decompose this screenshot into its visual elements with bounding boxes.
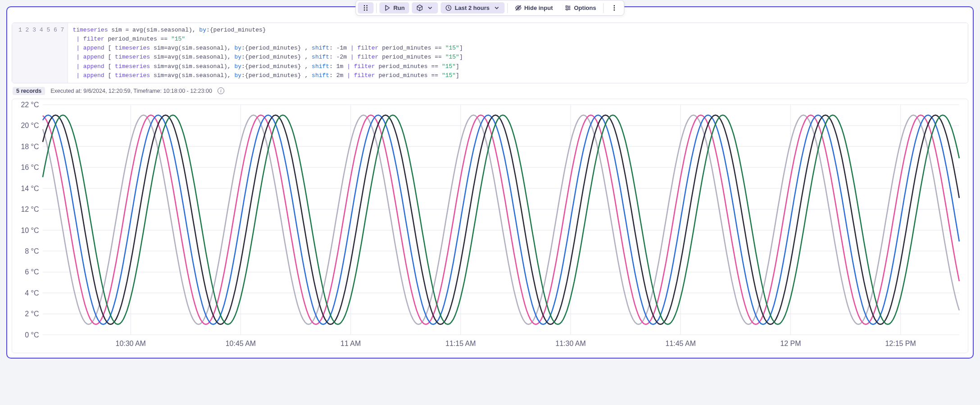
svg-text:8 °C: 8 °C xyxy=(25,247,39,255)
svg-text:6 °C: 6 °C xyxy=(25,268,39,276)
sliders-icon xyxy=(565,5,572,11)
svg-point-12 xyxy=(566,5,567,7)
hide-input-button[interactable]: Hide input xyxy=(510,2,558,14)
grip-icon xyxy=(362,5,369,11)
visualization-button[interactable] xyxy=(412,2,438,14)
clock-icon xyxy=(445,5,452,11)
svg-text:10:30 AM: 10:30 AM xyxy=(116,340,146,347)
svg-point-1 xyxy=(366,5,367,6)
eye-off-icon xyxy=(515,5,522,11)
svg-point-16 xyxy=(614,7,615,9)
svg-point-14 xyxy=(567,9,568,10)
chevron-down-icon xyxy=(427,5,434,11)
svg-text:11:15 AM: 11:15 AM xyxy=(445,340,476,347)
svg-text:10:45 AM: 10:45 AM xyxy=(226,340,256,347)
svg-text:20 °C: 20 °C xyxy=(21,122,39,129)
svg-text:10 °C: 10 °C xyxy=(21,226,39,234)
chevron-down-icon xyxy=(493,5,500,11)
toolbar: Run Last 2 hours Hide input Options xyxy=(355,0,624,16)
run-label: Run xyxy=(393,5,404,11)
info-icon[interactable]: i xyxy=(218,87,224,94)
options-label: Options xyxy=(574,5,596,11)
svg-text:18 °C: 18 °C xyxy=(21,143,39,150)
timeframe-label: Last 2 hours xyxy=(455,5,490,11)
svg-text:14 °C: 14 °C xyxy=(21,184,39,192)
play-icon xyxy=(384,5,390,11)
svg-point-13 xyxy=(568,7,570,9)
code-editor[interactable]: 1 2 3 4 5 6 7 timeseries sim = avg(sim.s… xyxy=(12,23,968,83)
records-badge[interactable]: 5 records xyxy=(13,87,45,95)
more-button[interactable] xyxy=(607,2,622,14)
status-bar: 5 records Executed at: 9/6/2024, 12:20:5… xyxy=(7,83,973,99)
svg-point-17 xyxy=(614,9,615,11)
code-body[interactable]: timeseries sim = avg(sim.seasonal), by:{… xyxy=(68,23,968,83)
svg-point-0 xyxy=(364,5,365,6)
drag-handle[interactable] xyxy=(358,2,373,14)
svg-text:11:45 AM: 11:45 AM xyxy=(666,340,696,347)
timeframe-button[interactable]: Last 2 hours xyxy=(441,2,504,14)
svg-text:11 AM: 11 AM xyxy=(340,340,361,347)
chart-canvas: 0 °C2 °C4 °C6 °C8 °C10 °C12 °C14 °C16 °C… xyxy=(14,101,964,351)
query-panel: Run Last 2 hours Hide input Options 1 2 … xyxy=(6,6,974,359)
svg-text:4 °C: 4 °C xyxy=(25,289,39,297)
separator xyxy=(603,3,604,13)
svg-text:12 °C: 12 °C xyxy=(21,205,39,213)
separator xyxy=(507,3,508,13)
cube-icon xyxy=(417,5,423,11)
hide-input-label: Hide input xyxy=(524,5,553,11)
executed-label: Executed at: 9/6/2024, 12:20:59, Timefra… xyxy=(50,88,212,94)
svg-point-2 xyxy=(364,7,365,8)
chart[interactable]: 0 °C2 °C4 °C6 °C8 °C10 °C12 °C14 °C16 °C… xyxy=(12,99,968,353)
svg-text:12:15 PM: 12:15 PM xyxy=(885,340,916,347)
svg-text:0 °C: 0 °C xyxy=(25,331,39,339)
svg-text:2 °C: 2 °C xyxy=(25,310,39,318)
svg-text:12 PM: 12 PM xyxy=(780,340,801,347)
svg-point-3 xyxy=(366,7,367,8)
svg-point-4 xyxy=(364,9,365,10)
line-gutter: 1 2 3 4 5 6 7 xyxy=(12,23,68,83)
more-vertical-icon xyxy=(611,5,618,11)
options-button[interactable]: Options xyxy=(560,2,601,14)
run-button[interactable]: Run xyxy=(379,2,409,14)
separator xyxy=(376,3,377,13)
svg-text:22 °C: 22 °C xyxy=(21,101,39,109)
svg-point-15 xyxy=(614,5,615,7)
svg-text:11:30 AM: 11:30 AM xyxy=(555,340,585,347)
svg-point-5 xyxy=(366,9,367,10)
svg-text:16 °C: 16 °C xyxy=(21,164,39,171)
